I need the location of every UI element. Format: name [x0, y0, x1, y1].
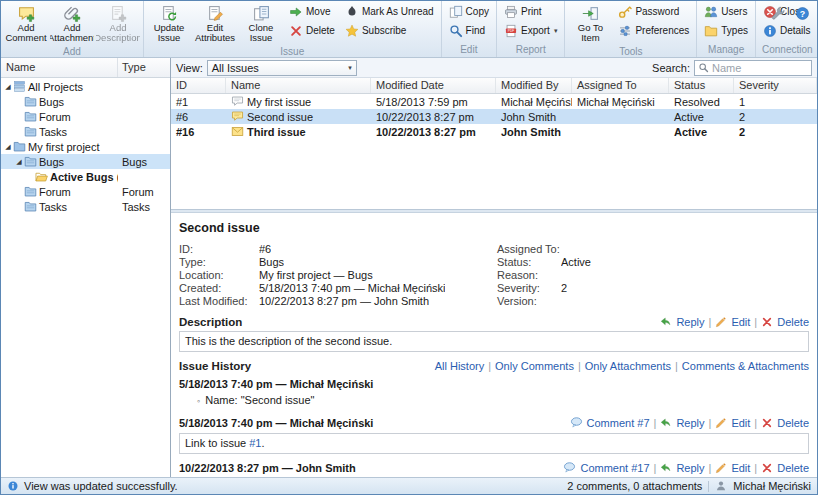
tree-item-active-bugs-1[interactable]: Active Bugs (1) — [1, 169, 170, 184]
issue-ref-link[interactable]: #1 — [249, 437, 261, 449]
tree-item-tasks[interactable]: TasksTasks — [1, 199, 170, 214]
mark-as-unread-button[interactable]: Mark As Unread — [340, 2, 439, 21]
issue-row-1[interactable]: #1My first issue5/18/2013 7:59 pmMichał … — [171, 94, 817, 109]
issue-row-16[interactable]: #16Third issue10/22/2013 8:27 pmJohn Smi… — [171, 124, 817, 139]
subscribe-button[interactable]: Subscribe — [340, 21, 439, 40]
wrench-icon-button[interactable] — [769, 4, 788, 25]
search-box[interactable] — [694, 60, 812, 76]
tree-item-my-first-project[interactable]: ◢My first project — [1, 139, 170, 154]
sidebar: Name Type ◢All ProjectsBugsForumTasks◢My… — [1, 58, 171, 477]
filter-only-comments-link[interactable]: Only Comments — [495, 360, 574, 372]
add-attachment-button[interactable]: Add Attachment — [49, 2, 95, 46]
separator: | — [709, 417, 712, 429]
reply-link[interactable]: Reply — [676, 417, 704, 429]
toolbar-group-caption: Tools — [567, 46, 694, 58]
search-icon — [698, 62, 709, 73]
tree-item-all-projects[interactable]: ◢All Projects — [1, 79, 170, 94]
projects-icon — [13, 80, 26, 93]
copy-button[interactable]: Copy — [444, 2, 494, 21]
cell-name: My first issue — [226, 95, 371, 108]
filter-only-attachments-link[interactable]: Only Attachments — [585, 360, 671, 372]
edit-attributes-button[interactable]: Edit Attributes — [192, 2, 238, 46]
collapse-twisty-icon[interactable]: ◢ — [3, 83, 13, 91]
edit-attributes-icon — [207, 5, 224, 22]
column-header-status[interactable]: Status — [669, 78, 734, 93]
issue-row-6[interactable]: #6Second issue10/22/2013 8:27 pmJohn Smi… — [171, 109, 817, 124]
dropdown-arrow-icon: ▾ — [554, 27, 558, 35]
help-icon-button[interactable]: ? — [793, 4, 812, 25]
edit-link[interactable]: Edit — [731, 417, 750, 429]
collapse-twisty-icon[interactable]: ◢ — [14, 158, 24, 166]
cell-name: Third issue — [226, 125, 371, 138]
toolbar-group-caption: Add — [3, 46, 141, 58]
help-icon: ? — [795, 6, 810, 21]
folder-icon — [24, 200, 37, 213]
tree-item-forum[interactable]: ForumForum — [1, 184, 170, 199]
field-created: Created:5/18/2013 7:40 pm — Michał Męciń… — [179, 282, 497, 295]
sidebar-column-type[interactable]: Type — [118, 58, 170, 77]
tree-item-bugs[interactable]: ◢BugsBugs — [1, 154, 170, 169]
info-icon — [7, 480, 19, 492]
reply-link[interactable]: Reply — [676, 462, 704, 474]
comment-link[interactable]: Comment #7 — [587, 417, 650, 429]
column-header-assigned-to[interactable]: Assigned To — [572, 78, 669, 93]
separator: | — [654, 417, 657, 429]
tree-item-label: Tasks — [37, 201, 118, 213]
button-label: Export — [521, 25, 550, 36]
delete-link[interactable]: Delete — [777, 417, 809, 429]
toolbar-group-caption: Connection — [758, 44, 817, 57]
toolbar-group-add: Add CommentAdd AttachmentAdd Description… — [1, 1, 144, 57]
delete-link[interactable]: Delete — [777, 316, 809, 328]
sidebar-column-name[interactable]: Name — [1, 58, 118, 77]
move-button[interactable]: Move — [284, 2, 340, 21]
history-entry-header: 10/22/2013 8:27 pm — John SmithComment #… — [179, 458, 809, 476]
cell-status: Resolved — [669, 96, 734, 108]
svg-text:PDF: PDF — [508, 28, 514, 32]
field-label: Type: — [179, 256, 259, 269]
preferences-button[interactable]: Preferences — [613, 21, 694, 40]
column-header-modified-by[interactable]: Modified By — [496, 78, 572, 93]
tree-item-forum[interactable]: Forum — [1, 109, 170, 124]
comment-link[interactable]: Comment #17 — [580, 462, 649, 474]
search-input[interactable] — [712, 62, 802, 74]
tree-item-bugs[interactable]: Bugs — [1, 94, 170, 109]
update-issue-button[interactable]: Update Issue — [146, 2, 192, 46]
clone-issue-button[interactable]: Clone Issue — [238, 2, 284, 46]
delete-button[interactable]: Delete — [284, 21, 340, 40]
view-select[interactable]: All Issues ▾ — [207, 60, 357, 76]
column-header-id[interactable]: ID — [171, 78, 226, 93]
reply-icon — [660, 462, 672, 474]
tree-item-tasks[interactable]: Tasks — [1, 124, 170, 139]
reply-link[interactable]: Reply — [676, 316, 704, 328]
tree-item-label: Forum — [37, 111, 118, 123]
history-entry-title: 5/18/2013 7:40 pm — Michał Męciński — [179, 417, 373, 429]
print-button[interactable]: Print — [499, 2, 562, 21]
update-issue-icon — [161, 5, 178, 22]
column-header-severity[interactable]: Severity — [734, 78, 817, 93]
types-button[interactable]: Types — [699, 21, 753, 40]
add-comment-button[interactable]: Add Comment — [3, 2, 49, 46]
issue-details: Second issue ID:#6Type:BugsLocation:My f… — [171, 213, 817, 477]
password-button[interactable]: Password — [613, 2, 694, 21]
tree-item-label: Forum — [37, 186, 118, 198]
go-to-item-button[interactable]: Go To Item — [567, 2, 613, 46]
folder-icon — [24, 125, 37, 138]
folder-icon — [24, 95, 37, 108]
history-entry-title: 10/22/2013 8:27 pm — John Smith — [179, 462, 356, 474]
filter-all-history-link[interactable]: All History — [435, 360, 485, 372]
view-icon — [35, 170, 48, 183]
edit-link[interactable]: Edit — [731, 462, 750, 474]
find-button[interactable]: Find — [444, 21, 494, 40]
column-header-modified-date[interactable]: Modified Date — [371, 78, 496, 93]
separator: | — [709, 316, 712, 328]
export-button[interactable]: PDFExport▾ — [499, 21, 562, 40]
issue-list-body: #1My first issue5/18/2013 7:59 pmMichał … — [171, 94, 817, 139]
collapse-twisty-icon[interactable]: ◢ — [3, 143, 13, 151]
filter-comments-attachments-link[interactable]: Comments & Attachments — [682, 360, 809, 372]
status-bar: View was updated successfully. 2 comment… — [1, 477, 817, 494]
users-button[interactable]: Users — [699, 2, 753, 21]
delete-link[interactable]: Delete — [777, 462, 809, 474]
edit-link[interactable]: Edit — [731, 316, 750, 328]
column-header-name[interactable]: Name — [226, 78, 371, 93]
chevron-down-icon: ▾ — [348, 64, 352, 72]
